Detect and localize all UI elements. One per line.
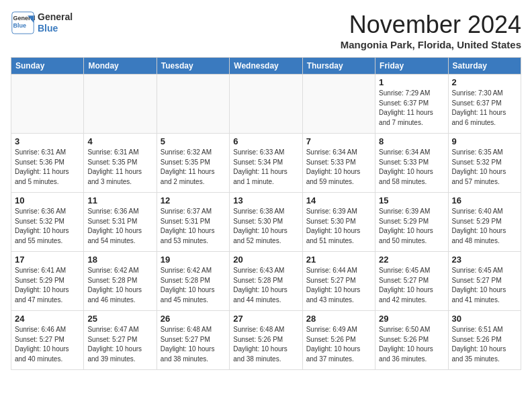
calendar-cell: 27Sunrise: 6:48 AM Sunset: 5:26 PM Dayli…	[230, 311, 302, 370]
weekday-header-row: SundayMondayTuesdayWednesdayThursdayFrid…	[11, 58, 521, 75]
calendar-week-1: 1Sunrise: 7:29 AM Sunset: 6:37 PM Daylig…	[11, 75, 521, 134]
day-info: Sunrise: 6:49 AM Sunset: 5:26 PM Dayligh…	[306, 325, 371, 364]
calendar-cell: 12Sunrise: 6:37 AM Sunset: 5:31 PM Dayli…	[157, 193, 229, 252]
calendar-cell: 11Sunrise: 6:36 AM Sunset: 5:31 PM Dayli…	[84, 193, 157, 252]
calendar-week-3: 10Sunrise: 6:36 AM Sunset: 5:32 PM Dayli…	[11, 193, 521, 252]
day-number: 25	[87, 314, 152, 324]
calendar-week-2: 3Sunrise: 6:31 AM Sunset: 5:36 PM Daylig…	[11, 134, 521, 193]
calendar-cell: 9Sunrise: 6:35 AM Sunset: 5:32 PM Daylig…	[448, 134, 521, 193]
calendar-cell: 29Sunrise: 6:50 AM Sunset: 5:26 PM Dayli…	[375, 311, 448, 370]
day-info: Sunrise: 6:39 AM Sunset: 5:30 PM Dayligh…	[306, 207, 371, 246]
calendar-cell: 8Sunrise: 6:34 AM Sunset: 5:33 PM Daylig…	[375, 134, 448, 193]
day-info: Sunrise: 6:42 AM Sunset: 5:28 PM Dayligh…	[87, 266, 152, 305]
day-info: Sunrise: 6:48 AM Sunset: 5:27 PM Dayligh…	[161, 325, 226, 364]
day-number: 2	[452, 77, 517, 87]
day-number: 26	[161, 314, 226, 324]
logo-text: General Blue	[38, 11, 73, 34]
calendar-cell: 19Sunrise: 6:42 AM Sunset: 5:28 PM Dayli…	[157, 252, 229, 311]
day-info: Sunrise: 6:36 AM Sunset: 5:32 PM Dayligh…	[15, 207, 80, 246]
calendar-cell: 13Sunrise: 6:38 AM Sunset: 5:30 PM Dayli…	[230, 193, 302, 252]
day-number: 23	[452, 255, 517, 265]
day-number: 3	[15, 136, 80, 146]
calendar-cell: 25Sunrise: 6:47 AM Sunset: 5:27 PM Dayli…	[84, 311, 157, 370]
day-number: 14	[306, 195, 371, 205]
calendar-week-4: 17Sunrise: 6:41 AM Sunset: 5:29 PM Dayli…	[11, 252, 521, 311]
day-info: Sunrise: 6:51 AM Sunset: 5:26 PM Dayligh…	[452, 325, 517, 364]
logo: General Blue General Blue	[11, 11, 73, 35]
calendar-cell	[84, 75, 157, 134]
day-info: Sunrise: 6:34 AM Sunset: 5:33 PM Dayligh…	[379, 148, 444, 187]
day-info: Sunrise: 6:45 AM Sunset: 5:27 PM Dayligh…	[452, 266, 517, 305]
day-number: 12	[161, 195, 226, 205]
day-info: Sunrise: 7:30 AM Sunset: 6:37 PM Dayligh…	[452, 89, 517, 128]
calendar-cell: 15Sunrise: 6:39 AM Sunset: 5:29 PM Dayli…	[375, 193, 448, 252]
calendar-cell: 16Sunrise: 6:40 AM Sunset: 5:29 PM Dayli…	[448, 193, 521, 252]
day-info: Sunrise: 6:50 AM Sunset: 5:26 PM Dayligh…	[379, 325, 444, 364]
calendar-cell: 21Sunrise: 6:44 AM Sunset: 5:27 PM Dayli…	[302, 252, 375, 311]
day-number: 29	[379, 314, 444, 324]
calendar-cell: 5Sunrise: 6:32 AM Sunset: 5:35 PM Daylig…	[157, 134, 229, 193]
calendar-cell: 18Sunrise: 6:42 AM Sunset: 5:28 PM Dayli…	[84, 252, 157, 311]
day-info: Sunrise: 6:47 AM Sunset: 5:27 PM Dayligh…	[87, 325, 152, 364]
day-info: Sunrise: 6:45 AM Sunset: 5:27 PM Dayligh…	[379, 266, 444, 305]
calendar-cell	[302, 75, 375, 134]
weekday-header-sunday: Sunday	[11, 58, 84, 75]
calendar-cell: 24Sunrise: 6:46 AM Sunset: 5:27 PM Dayli…	[11, 311, 84, 370]
day-number: 8	[379, 136, 444, 146]
calendar-cell: 28Sunrise: 6:49 AM Sunset: 5:26 PM Dayli…	[302, 311, 375, 370]
weekday-header-tuesday: Tuesday	[157, 58, 229, 75]
day-info: Sunrise: 6:39 AM Sunset: 5:29 PM Dayligh…	[379, 207, 444, 246]
calendar-cell: 23Sunrise: 6:45 AM Sunset: 5:27 PM Dayli…	[448, 252, 521, 311]
weekday-header-monday: Monday	[84, 58, 157, 75]
day-number: 16	[452, 195, 517, 205]
day-number: 5	[161, 136, 226, 146]
day-info: Sunrise: 6:41 AM Sunset: 5:29 PM Dayligh…	[15, 266, 80, 305]
day-number: 11	[87, 195, 152, 205]
calendar-cell	[157, 75, 229, 134]
day-info: Sunrise: 6:37 AM Sunset: 5:31 PM Dayligh…	[161, 207, 226, 246]
day-number: 13	[233, 195, 298, 205]
day-number: 28	[306, 314, 371, 324]
day-info: Sunrise: 6:31 AM Sunset: 5:36 PM Dayligh…	[15, 148, 80, 187]
day-number: 6	[233, 136, 298, 146]
day-number: 30	[452, 314, 517, 324]
svg-text:Blue: Blue	[13, 22, 27, 29]
calendar-cell: 4Sunrise: 6:31 AM Sunset: 5:35 PM Daylig…	[84, 134, 157, 193]
calendar-cell: 22Sunrise: 6:45 AM Sunset: 5:27 PM Dayli…	[375, 252, 448, 311]
day-number: 27	[233, 314, 298, 324]
header: General Blue General Blue November 2024 …	[11, 11, 521, 50]
day-info: Sunrise: 6:46 AM Sunset: 5:27 PM Dayligh…	[15, 325, 80, 364]
calendar-cell: 26Sunrise: 6:48 AM Sunset: 5:27 PM Dayli…	[157, 311, 229, 370]
day-info: Sunrise: 6:38 AM Sunset: 5:30 PM Dayligh…	[233, 207, 298, 246]
weekday-header-wednesday: Wednesday	[230, 58, 302, 75]
calendar-cell: 3Sunrise: 6:31 AM Sunset: 5:36 PM Daylig…	[11, 134, 84, 193]
calendar-cell	[11, 75, 84, 134]
day-number: 18	[87, 255, 152, 265]
day-number: 21	[306, 255, 371, 265]
day-info: Sunrise: 6:43 AM Sunset: 5:28 PM Dayligh…	[233, 266, 298, 305]
calendar-week-5: 24Sunrise: 6:46 AM Sunset: 5:27 PM Dayli…	[11, 311, 521, 370]
day-info: Sunrise: 6:33 AM Sunset: 5:34 PM Dayligh…	[233, 148, 298, 187]
day-info: Sunrise: 6:36 AM Sunset: 5:31 PM Dayligh…	[87, 207, 152, 246]
day-number: 4	[87, 136, 152, 146]
day-info: Sunrise: 6:32 AM Sunset: 5:35 PM Dayligh…	[161, 148, 226, 187]
location-subtitle: Mangonia Park, Florida, United States	[341, 39, 521, 50]
calendar-cell: 14Sunrise: 6:39 AM Sunset: 5:30 PM Dayli…	[302, 193, 375, 252]
day-info: Sunrise: 6:34 AM Sunset: 5:33 PM Dayligh…	[306, 148, 371, 187]
day-info: Sunrise: 7:29 AM Sunset: 6:37 PM Dayligh…	[379, 89, 444, 128]
calendar-cell: 7Sunrise: 6:34 AM Sunset: 5:33 PM Daylig…	[302, 134, 375, 193]
weekday-header-saturday: Saturday	[448, 58, 521, 75]
day-number: 15	[379, 195, 444, 205]
day-number: 19	[161, 255, 226, 265]
day-info: Sunrise: 6:35 AM Sunset: 5:32 PM Dayligh…	[452, 148, 517, 187]
day-info: Sunrise: 6:42 AM Sunset: 5:28 PM Dayligh…	[161, 266, 226, 305]
calendar-cell: 1Sunrise: 7:29 AM Sunset: 6:37 PM Daylig…	[375, 75, 448, 134]
calendar-cell	[230, 75, 302, 134]
day-number: 20	[233, 255, 298, 265]
day-number: 10	[15, 195, 80, 205]
calendar-cell: 20Sunrise: 6:43 AM Sunset: 5:28 PM Dayli…	[230, 252, 302, 311]
day-info: Sunrise: 6:31 AM Sunset: 5:35 PM Dayligh…	[87, 148, 152, 187]
calendar-cell: 6Sunrise: 6:33 AM Sunset: 5:34 PM Daylig…	[230, 134, 302, 193]
day-info: Sunrise: 6:44 AM Sunset: 5:27 PM Dayligh…	[306, 266, 371, 305]
day-number: 7	[306, 136, 371, 146]
